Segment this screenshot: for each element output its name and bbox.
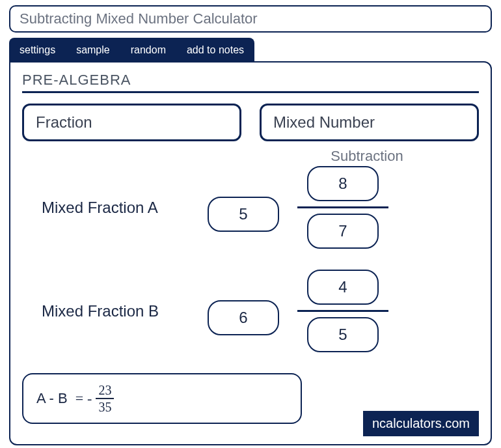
section-heading: PRE-ALGEBRA bbox=[22, 72, 479, 93]
tab-random[interactable]: random bbox=[120, 38, 176, 63]
fraction-b-label: Mixed Fraction B bbox=[42, 302, 208, 320]
result-sign: - bbox=[87, 390, 92, 407]
fraction-a-denominator-input[interactable]: 7 bbox=[307, 214, 379, 249]
operation-label: Subtraction bbox=[255, 148, 479, 165]
tab-settings[interactable]: settings bbox=[9, 38, 66, 63]
fraction-a-numerator-input[interactable]: 8 bbox=[307, 166, 379, 201]
calculator-panel: PRE-ALGEBRA Fraction Mixed Number Subtra… bbox=[9, 61, 492, 445]
fraction-b-denominator-input[interactable]: 5 bbox=[307, 317, 379, 352]
fraction-b-row: Mixed Fraction B 6 4 5 bbox=[22, 270, 479, 352]
fraction-a-vinculum bbox=[297, 206, 388, 208]
type-fraction-button[interactable]: Fraction bbox=[22, 104, 241, 141]
result-lhs: A - B bbox=[36, 390, 68, 407]
result-denominator: 35 bbox=[98, 399, 111, 413]
result-box: A - B = - 23 35 bbox=[22, 373, 302, 424]
tab-bar: settings sample random add to notes bbox=[9, 38, 254, 63]
tab-sample[interactable]: sample bbox=[66, 38, 120, 63]
fraction-b-vinculum bbox=[297, 310, 388, 312]
fraction-a-row: Mixed Fraction A 5 8 7 bbox=[22, 166, 479, 249]
brand-badge[interactable]: ncalculators.com bbox=[363, 411, 479, 436]
fraction-b-whole-input[interactable]: 6 bbox=[208, 300, 279, 335]
result-equals: = bbox=[75, 390, 83, 407]
fraction-a-label: Mixed Fraction A bbox=[42, 199, 208, 217]
tab-add-to-notes[interactable]: add to notes bbox=[176, 38, 254, 63]
type-mixed-number-button[interactable]: Mixed Number bbox=[260, 104, 479, 141]
result-numerator: 23 bbox=[96, 384, 114, 399]
page-title: Subtracting Mixed Number Calculator bbox=[9, 5, 492, 33]
fraction-a-whole-input[interactable]: 5 bbox=[208, 197, 279, 232]
fraction-b-numerator-input[interactable]: 4 bbox=[307, 270, 379, 305]
result-fraction: 23 35 bbox=[96, 384, 114, 413]
